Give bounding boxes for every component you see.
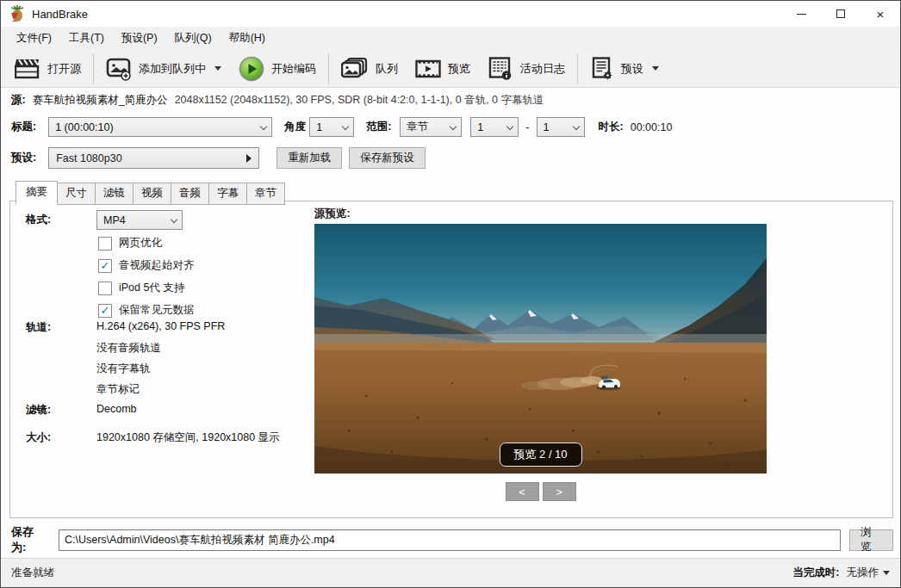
preset-row: 预设: Fast 1080p30 重新加载 保存新预设 — [11, 147, 426, 169]
menu-item-3[interactable]: 队列(Q) — [166, 28, 221, 49]
open-source-button[interactable]: 打开源 — [6, 53, 90, 85]
track-line-1: 没有音频轨道 — [96, 341, 161, 356]
save-path-input[interactable]: C:\Users\Admin\Videos\赛车航拍视频素材 简鹿办公.mp4 — [59, 529, 841, 551]
range-to-select[interactable]: 1 — [537, 117, 585, 137]
format-option-0[interactable]: 网页优化 — [98, 236, 162, 251]
toolbar-separator — [328, 53, 329, 84]
open-source-label: 打开源 — [47, 61, 81, 77]
chevron-down-icon — [214, 66, 221, 71]
chevron-down-icon — [506, 123, 513, 130]
activity-log-button[interactable]: 活动日志 — [479, 53, 574, 85]
tab-4[interactable]: 音频 — [171, 183, 209, 205]
source-name: 赛车航拍视频素材_简鹿办公 — [33, 93, 168, 108]
handbrake-logo-icon — [8, 5, 25, 22]
tab-0[interactable]: 摘要 — [16, 181, 58, 205]
tab-6[interactable]: 章节 — [246, 183, 285, 205]
angle-select-value: 1 — [316, 121, 322, 133]
handbrake-window: HandBrake × 文件(F)工具(T)预设(P)队列(Q)帮助(H) 打开… — [0, 0, 901, 588]
menu-bar: 文件(F)工具(T)预设(P)队列(Q)帮助(H) — [1, 27, 900, 50]
chevron-down-icon — [342, 123, 349, 130]
reload-preset-button[interactable]: 重新加载 — [277, 147, 342, 169]
tab-bar: 摘要尺寸滤镜视频音频字幕章节 — [16, 183, 284, 205]
format-option-3[interactable]: ✓保留常见元数据 — [98, 303, 195, 318]
chevron-down-icon — [260, 123, 267, 130]
checkbox-checked-icon[interactable]: ✓ — [98, 304, 112, 318]
preset-select-value: Fast 1080p30 — [56, 152, 121, 164]
tab-2[interactable]: 滤镜 — [95, 183, 134, 205]
range-to-value: 1 — [544, 121, 550, 133]
maximize-button[interactable] — [821, 1, 861, 27]
format-option-1[interactable]: ✓音视频起始对齐 — [98, 258, 195, 273]
start-encode-button[interactable]: 开始编码 — [230, 53, 325, 85]
tab-3[interactable]: 视频 — [133, 183, 171, 205]
preset-select[interactable]: Fast 1080p30 — [48, 147, 259, 169]
filters-label: 滤镜: — [26, 403, 51, 418]
save-as-label: 保存为: — [11, 524, 48, 555]
format-select[interactable]: MP4 — [96, 210, 183, 230]
format-option-2[interactable]: iPod 5代 支持 — [98, 281, 184, 295]
when-done-label: 当完成时: — [792, 566, 839, 580]
browse-button[interactable]: 浏览 — [849, 529, 893, 551]
track-line-2: 没有字幕轨 — [96, 362, 151, 376]
track-line-0: H.264 (x264), 30 FPS PFR — [96, 320, 225, 332]
source-row: 源: 赛车航拍视频素材_简鹿办公 2048x1152 (2048x1152), … — [11, 93, 544, 108]
queue-button[interactable]: 队列 — [332, 53, 407, 85]
preview-prev-button[interactable]: < — [506, 482, 539, 501]
source-details: 2048x1152 (2048x1152), 30 FPS, SDR (8-bi… — [175, 93, 544, 108]
add-to-queue-icon — [106, 57, 132, 81]
source-label: 源: — [11, 93, 26, 108]
save-row: 保存为: C:\Users\Admin\Videos\赛车航拍视频素材 简鹿办公… — [11, 524, 893, 555]
close-button[interactable]: × — [861, 1, 900, 27]
track-line-3: 章节标记 — [96, 382, 140, 397]
title-select[interactable]: 1 (00:00:10) — [48, 117, 272, 137]
format-label: 格式: — [26, 213, 51, 227]
format-option-label: 音视频起始对齐 — [119, 258, 195, 273]
when-done-select[interactable]: 无操作 — [847, 566, 891, 580]
summary-panel: 格式: MP4 网页优化✓音视频起始对齐iPod 5代 支持✓保留常见元数据 轨… — [9, 201, 893, 518]
range-from-select[interactable]: 1 — [470, 117, 519, 137]
when-done-value: 无操作 — [847, 566, 879, 580]
tab-1[interactable]: 尺寸 — [57, 183, 96, 205]
menu-item-1[interactable]: 工具(T) — [60, 28, 113, 49]
add-to-queue-label: 添加到队列中 — [139, 61, 206, 77]
range-type-select[interactable]: 章节 — [400, 117, 462, 137]
format-option-label: iPod 5代 支持 — [119, 281, 184, 295]
preview-button[interactable]: 预览 — [407, 53, 479, 85]
menu-item-0[interactable]: 文件(F) — [8, 28, 60, 49]
chevron-right-icon — [246, 154, 252, 163]
tab-5[interactable]: 字幕 — [208, 183, 247, 205]
checkbox-checked-icon[interactable]: ✓ — [98, 259, 112, 273]
toolbar: 打开源 添加到队列中 — [1, 50, 900, 88]
add-to-queue-button[interactable]: 添加到队列中 — [97, 53, 230, 85]
window-title: HandBrake — [32, 8, 88, 21]
range-from-value: 1 — [477, 121, 483, 133]
range-label: 范围: — [366, 120, 391, 134]
checkbox-unchecked-icon[interactable] — [98, 237, 112, 251]
checkbox-unchecked-icon[interactable] — [98, 282, 112, 295]
preview-image: 预览 2 / 10 — [314, 224, 767, 473]
chevron-down-icon — [883, 571, 890, 575]
range-separator: - — [525, 121, 529, 133]
menu-item-4[interactable]: 帮助(H) — [221, 28, 274, 49]
save-new-preset-button[interactable]: 保存新预设 — [349, 147, 426, 169]
toolbar-separator — [93, 53, 94, 84]
title-label: 标题: — [11, 120, 36, 134]
queue-icon — [341, 57, 369, 81]
menu-item-2[interactable]: 预设(P) — [113, 28, 166, 49]
preview-next-button[interactable]: > — [543, 482, 576, 501]
chevron-down-icon — [652, 66, 659, 71]
chevron-down-icon — [572, 123, 579, 130]
clapperboard-icon — [15, 58, 40, 80]
title-bar: HandBrake × — [1, 1, 900, 27]
angle-select[interactable]: 1 — [309, 117, 354, 137]
preview-counter-badge: 预览 2 / 10 — [499, 443, 581, 467]
range-type-value: 章节 — [407, 120, 428, 134]
format-option-label: 网页优化 — [119, 236, 162, 251]
minimize-button[interactable] — [781, 1, 821, 27]
preset-label: 预设: — [11, 151, 36, 165]
preset-doc-gear-icon — [590, 57, 614, 81]
chevron-down-icon — [450, 123, 457, 130]
presets-button[interactable]: 预设 — [581, 53, 668, 85]
source-preview-label: 源预览: — [314, 207, 351, 221]
chevron-down-icon — [171, 216, 177, 223]
